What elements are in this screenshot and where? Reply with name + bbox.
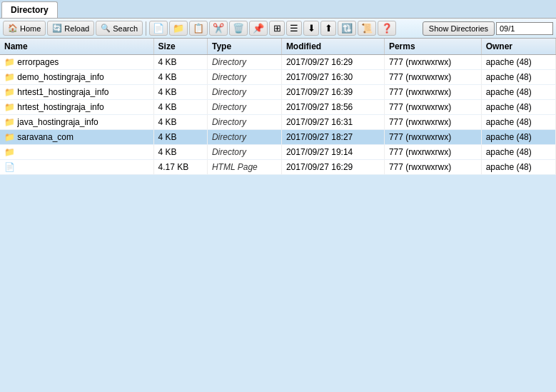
- cell-modified: 2017/09/27 16:29: [281, 55, 384, 70]
- cell-owner: apache (48): [481, 160, 555, 175]
- cell-modified: 2017/09/27 16:29: [281, 160, 384, 175]
- cell-size: 4 KB: [153, 85, 207, 100]
- search-button[interactable]: 🔍 Search: [96, 21, 143, 36]
- folder-icon: 📁: [4, 147, 15, 157]
- col-size[interactable]: Size: [153, 39, 207, 55]
- cell-name: 📄: [0, 160, 153, 175]
- cell-type: Directory: [207, 130, 281, 145]
- cell-owner: apache (48): [481, 55, 555, 70]
- toolbar-icon-upload[interactable]: ⬆: [320, 21, 336, 36]
- cell-type: HTML Page: [207, 160, 281, 175]
- folder-icon: 📁: [4, 117, 15, 127]
- cell-size: 4 KB: [153, 115, 207, 130]
- cell-perms: 777 (rwxrwxrwx): [384, 70, 481, 85]
- toolbar-icon-paste[interactable]: 📌: [249, 21, 268, 36]
- cell-perms: 777 (rwxrwxrwx): [384, 130, 481, 145]
- main-area: Name Size Type Modified Perms Owner 📁 er…: [0, 39, 556, 175]
- cell-size: 4 KB: [153, 145, 207, 160]
- col-owner[interactable]: Owner: [481, 39, 555, 55]
- reload-button[interactable]: 🔄 Reload: [47, 21, 94, 36]
- col-type[interactable]: Type: [207, 39, 281, 55]
- table-row[interactable]: 📁 java_hostingraja_info 4 KB Directory 2…: [0, 115, 556, 130]
- toolbar-icon-help[interactable]: ❓: [378, 21, 396, 36]
- cell-perms: 777 (rwxrwxrwx): [384, 55, 481, 70]
- toolbar: 🏠 Home 🔄 Reload 🔍 Search 📄 📁 📋 ✂️ 🗑️ 📌 ⊞…: [0, 19, 556, 39]
- cell-modified: 2017/09/27 18:56: [281, 100, 384, 115]
- cell-name: 📁 hrtest_hostingraja_info: [0, 100, 153, 115]
- table-row[interactable]: 📁 errorpages 4 KB Directory 2017/09/27 1…: [0, 55, 556, 70]
- cell-modified: 2017/09/27 19:14: [281, 145, 384, 160]
- tab-bar: Directory: [0, 0, 556, 19]
- col-modified[interactable]: Modified: [281, 39, 384, 55]
- file-table: Name Size Type Modified Perms Owner 📁 er…: [0, 39, 556, 175]
- toolbar-icon-copy[interactable]: 📋: [189, 21, 208, 36]
- cell-type: Directory: [207, 85, 281, 100]
- table-row[interactable]: 📁 demo_hostingraja_info 4 KB Directory 2…: [0, 70, 556, 85]
- cell-name: 📁: [0, 145, 153, 160]
- cell-size: 4.17 KB: [153, 160, 207, 175]
- toolbar-icon-new-file[interactable]: 📄: [149, 21, 168, 36]
- cell-perms: 777 (rwxrwxrwx): [384, 100, 481, 115]
- cell-modified: 2017/09/27 18:27: [281, 130, 384, 145]
- table-row[interactable]: 📁 hrtest_hostingraja_info 4 KB Directory…: [0, 100, 556, 115]
- cell-owner: apache (48): [481, 130, 555, 145]
- toolbar-icon-delete[interactable]: 🗑️: [229, 21, 248, 36]
- table-row[interactable]: 📁 hrtest1_hostingraja_info 4 KB Director…: [0, 85, 556, 100]
- cell-type: Directory: [207, 70, 281, 85]
- table-row[interactable]: 📄 4.17 KB HTML Page 2017/09/27 16:29 777…: [0, 160, 556, 175]
- toolbar-icon-refresh[interactable]: 🔃: [338, 21, 356, 36]
- cell-perms: 777 (rwxrwxrwx): [384, 115, 481, 130]
- cell-perms: 777 (rwxrwxrwx): [384, 145, 481, 160]
- cell-size: 4 KB: [153, 130, 207, 145]
- folder-icon: 📁: [4, 87, 15, 97]
- table-row[interactable]: 📁 4 KB Directory 2017/09/27 19:14 777 (r…: [0, 145, 556, 160]
- toolbar-icon-cut[interactable]: ✂️: [209, 21, 228, 36]
- cell-name: 📁 hrtest1_hostingraja_info: [0, 85, 153, 100]
- home-button[interactable]: 🏠 Home: [3, 21, 46, 36]
- cell-name: 📁 demo_hostingraja_info: [0, 70, 153, 85]
- cell-type: Directory: [207, 115, 281, 130]
- folder-icon: 📁: [4, 132, 15, 142]
- cell-name: 📁 saravana_com: [0, 130, 153, 145]
- toolbar-icon-grid[interactable]: ⊞: [269, 21, 285, 36]
- home-icon: 🏠: [8, 24, 18, 33]
- cell-type: Directory: [207, 145, 281, 160]
- search-icon: 🔍: [101, 24, 111, 33]
- directory-tab[interactable]: Directory: [1, 1, 58, 18]
- cell-owner: apache (48): [481, 145, 555, 160]
- cell-size: 4 KB: [153, 100, 207, 115]
- cell-size: 4 KB: [153, 55, 207, 70]
- cell-name: 📁 errorpages: [0, 55, 153, 70]
- toolbar-icon-history[interactable]: 📜: [358, 21, 376, 36]
- folder-icon: 📁: [4, 57, 15, 67]
- table-row[interactable]: 📁 saravana_com 4 KB Directory 2017/09/27…: [0, 130, 556, 145]
- folder-icon: 📁: [4, 72, 15, 82]
- cell-owner: apache (48): [481, 85, 555, 100]
- folder-icon: 📁: [4, 102, 15, 112]
- col-name[interactable]: Name: [0, 39, 153, 55]
- cell-modified: 2017/09/27 16:30: [281, 70, 384, 85]
- show-directories-button[interactable]: Show Directories: [423, 21, 495, 36]
- cell-modified: 2017/09/27 16:31: [281, 115, 384, 130]
- cell-owner: apache (48): [481, 100, 555, 115]
- cell-name: 📁 java_hostingraja_info: [0, 115, 153, 130]
- toolbar-icon-list[interactable]: ☰: [286, 21, 302, 36]
- toolbar-icon-download[interactable]: ⬇: [303, 21, 319, 36]
- toolbar-separator-1: [146, 21, 146, 36]
- col-perms[interactable]: Perms: [384, 39, 481, 55]
- toolbar-icon-new-folder[interactable]: 📁: [169, 21, 188, 36]
- reload-icon: 🔄: [52, 24, 62, 33]
- filter-input[interactable]: [496, 22, 553, 35]
- cell-owner: apache (48): [481, 115, 555, 130]
- cell-perms: 777 (rwxrwxrwx): [384, 160, 481, 175]
- cell-perms: 777 (rwxrwxrwx): [384, 85, 481, 100]
- file-icon: 📄: [4, 162, 15, 172]
- cell-owner: apache (48): [481, 70, 555, 85]
- cell-size: 4 KB: [153, 70, 207, 85]
- cell-type: Directory: [207, 100, 281, 115]
- cell-modified: 2017/09/27 16:39: [281, 85, 384, 100]
- cell-type: Directory: [207, 55, 281, 70]
